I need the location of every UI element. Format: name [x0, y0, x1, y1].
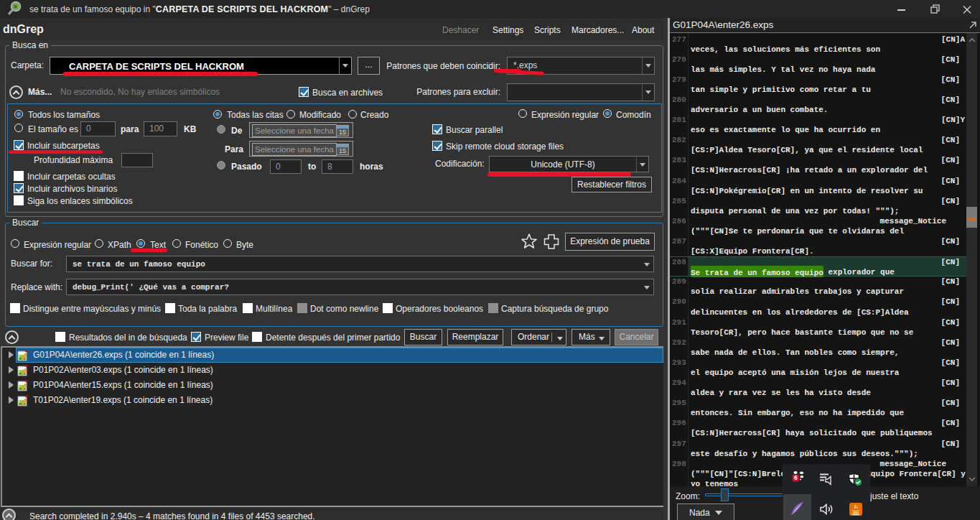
svg-text:6: 6 [794, 474, 798, 481]
